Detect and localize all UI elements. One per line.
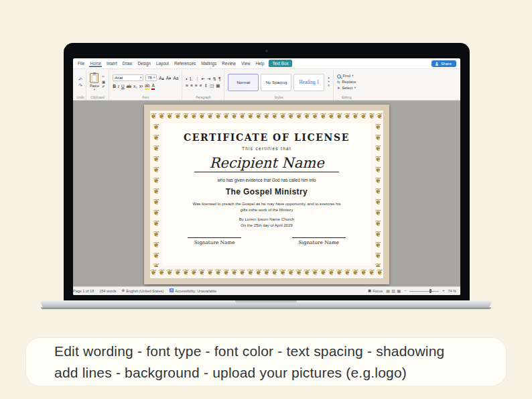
read-mode-icon[interactable]: ▤ — [386, 289, 390, 293]
align-center-button[interactable]: ≡ — [190, 83, 193, 88]
shrink-font-button[interactable]: A▾ — [166, 76, 172, 80]
bullets-button[interactable]: • — [186, 76, 187, 81]
italic-button[interactable]: I — [118, 84, 119, 89]
status-word-count[interactable]: 154 words — [99, 289, 116, 293]
style-no-spacing[interactable]: No Spacing — [261, 74, 291, 91]
multilevel-list-button[interactable]: ⋮ — [195, 76, 200, 81]
ribbon-group-label-editing: Editing — [334, 96, 359, 99]
menu-tab-review[interactable]: Review — [221, 60, 237, 67]
redo-icon[interactable]: ↷ — [78, 83, 82, 88]
ribbon: ↶ ↷ Undo Paste ▾ ✂ ▣ ✐ Clipboard — [73, 69, 460, 101]
ribbon-group-label-paragraph: Paragraph — [182, 96, 224, 99]
certificate-page[interactable]: ❦❦❦❦❦❦❦❦❦❦❦❦❦❦❦❦❦❦❦❦❦❦❦❦❦❦❦❦❦❦❦❦❦❦❦❦❦❦❦❦… — [144, 105, 389, 284]
font-size-select[interactable]: 78 ▾ — [145, 74, 157, 81]
select-button[interactable]: ➤ Select ▾ — [337, 87, 356, 91]
zoom-slider[interactable] — [409, 291, 439, 292]
certificate-tagline[interactable]: This certifies that — [242, 146, 291, 151]
bold-button[interactable]: B — [113, 84, 116, 89]
menu-tab-layout[interactable]: Layout — [155, 60, 170, 67]
font-name-select[interactable]: Arial ▾ — [113, 74, 143, 81]
menu-tab-mailings[interactable]: Mailings — [200, 60, 217, 67]
body-line-1[interactable]: Was licensed to preach the Gospel as he … — [192, 201, 340, 207]
styles-scroll-up-icon[interactable]: ▴ — [328, 76, 330, 80]
menu-tab-file[interactable]: File — [77, 60, 85, 67]
sort-button[interactable]: ⇅ — [212, 76, 216, 81]
evidence-line[interactable]: who has given evidence that God has call… — [217, 178, 316, 182]
zoom-in-button[interactable]: + — [442, 289, 444, 293]
menu-tab-insert[interactable]: Insert — [106, 60, 118, 67]
numbering-button[interactable]: 1. — [190, 76, 193, 81]
focus-label: Focus — [373, 289, 383, 293]
status-page-indicator[interactable]: Page 1 of 18 — [73, 289, 94, 293]
ornamental-border: ❦❦❦❦❦❦❦❦❦❦❦❦❦❦❦❦❦❦❦❦❦❦❦❦❦❦❦❦❦❦❦❦❦❦❦❦❦❦❦❦… — [150, 111, 383, 278]
styles-gallery-more-icon[interactable]: ≡ — [328, 84, 330, 88]
signature-right[interactable]: Signature Name — [292, 237, 346, 246]
change-case-button[interactable]: Aa — [173, 76, 178, 80]
justify-button[interactable]: ≡ — [200, 83, 202, 88]
subscript-button[interactable]: x₂ — [133, 84, 137, 89]
font-color-button[interactable]: A — [151, 83, 154, 89]
text-highlight-button[interactable]: ab — [145, 83, 149, 89]
menu-tab-home[interactable]: Home — [89, 60, 102, 67]
certificate-content[interactable]: CERTIFICATE OF LICENSE This certifies th… — [163, 123, 371, 266]
increase-indent-button[interactable]: ⇥ — [207, 76, 210, 81]
strikethrough-button[interactable]: ab — [127, 84, 131, 89]
body-line-2[interactable]: gifts inthe work of the Ministry — [192, 207, 340, 213]
decrease-indent-button[interactable]: ⇤ — [202, 76, 205, 81]
undo-icon[interactable]: ↶ — [78, 77, 82, 82]
zoom-level[interactable]: 74 % — [448, 289, 456, 293]
ministry-line[interactable]: The Gospel Ministry — [226, 187, 308, 196]
menu-tab-draw[interactable]: Draw — [122, 60, 133, 67]
format-painter-icon[interactable]: ✐ — [102, 85, 105, 89]
copy-icon[interactable]: ▣ — [102, 80, 105, 84]
align-right-button[interactable]: ≡ — [195, 83, 198, 88]
shading-button[interactable]: ◫ — [210, 83, 214, 88]
replace-button[interactable]: ⇆ Replace — [337, 80, 356, 84]
status-accessibility-label: Accessibility: Unavailable — [175, 289, 216, 293]
focus-button[interactable]: ▣ Focus — [368, 289, 383, 293]
underline-button[interactable]: U — [121, 84, 125, 89]
style-heading-1[interactable]: Heading 1 — [293, 74, 324, 91]
align-left-button[interactable]: ≡ — [186, 83, 188, 88]
caption-box: Edit wording - font type - font color - … — [25, 337, 507, 386]
web-layout-icon[interactable]: ▦ — [397, 289, 401, 293]
grow-font-button[interactable]: A▴ — [159, 76, 164, 80]
certificate-title[interactable]: CERTIFICATE OF LICENSE — [184, 132, 350, 143]
search-icon — [337, 74, 341, 78]
ornament-border-top: ❦❦❦❦❦❦❦❦❦❦❦❦❦❦❦❦❦❦❦❦❦❦❦❦❦❦❦❦❦❦❦❦❦❦❦❦❦❦❦❦ — [150, 111, 383, 122]
line-spacing-button[interactable]: ⇕ — [204, 83, 208, 88]
recipient-name-line[interactable]: Recipient Name — [194, 156, 338, 172]
menu-tab-text-box[interactable]: Text Box — [269, 60, 291, 67]
menu-tab-help[interactable]: Help — [255, 60, 265, 67]
paste-button[interactable]: Paste ▾ — [90, 73, 99, 92]
ribbon-group-label-styles: Styles — [224, 96, 333, 99]
chevron-down-icon: ▾ — [140, 76, 141, 80]
status-language[interactable]: ⊕ English (United States) — [122, 289, 164, 293]
date-line[interactable]: On the 25th day of April 2029 — [241, 223, 293, 227]
zoom-out-button[interactable]: – — [404, 289, 406, 293]
caption-line-1: Edit wording - font type - font color - … — [54, 341, 506, 361]
share-button[interactable]: Share — [431, 60, 456, 67]
church-line[interactable]: By Lorem Ipsum Name Church — [239, 217, 294, 221]
styles-scroll-down-icon[interactable]: ▾ — [328, 80, 330, 84]
zoom-slider-thumb[interactable] — [429, 289, 431, 293]
replace-icon: ⇆ — [337, 80, 340, 84]
style-normal[interactable]: Normal — [228, 74, 259, 91]
print-layout-icon[interactable]: ▥ — [391, 289, 395, 293]
recipient-name[interactable]: Recipient Name — [209, 155, 324, 171]
status-accessibility[interactable]: ♿ Accessibility: Unavailable — [169, 289, 216, 293]
show-paragraph-marks-button[interactable]: ¶ — [218, 76, 221, 81]
menu-tab-references[interactable]: References — [174, 60, 196, 67]
borders-button[interactable]: ▦ — [216, 83, 220, 88]
superscript-button[interactable]: x² — [139, 84, 143, 89]
signature-left[interactable]: Signature Name — [188, 237, 241, 246]
cut-icon[interactable]: ✂ — [102, 75, 105, 79]
laptop-base — [41, 300, 491, 309]
document-canvas[interactable]: ❦❦❦❦❦❦❦❦❦❦❦❦❦❦❦❦❦❦❦❦❦❦❦❦❦❦❦❦❦❦❦❦❦❦❦❦❦❦❦❦… — [73, 101, 460, 286]
menu-tab-view[interactable]: View — [241, 60, 251, 67]
status-language-label: English (United States) — [126, 289, 163, 293]
find-button[interactable]: Find ▾ — [337, 74, 356, 78]
menu-tab-design[interactable]: Design — [137, 60, 151, 67]
chevron-down-icon: ▾ — [352, 74, 353, 78]
focus-icon: ▣ — [368, 289, 371, 293]
